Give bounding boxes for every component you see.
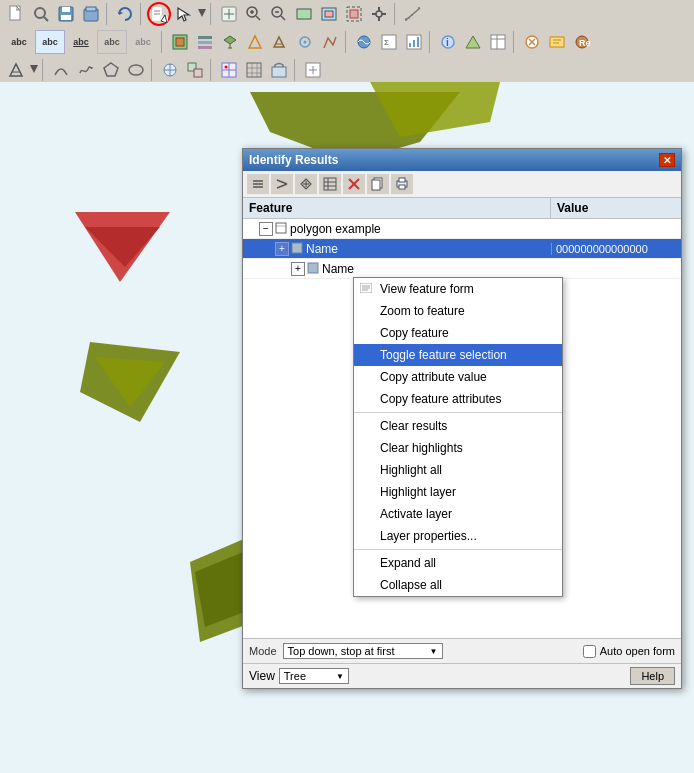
clear-results-btn[interactable] [343, 174, 365, 194]
zoom-in-btn[interactable] [242, 2, 266, 26]
toolbar-row-2: abc abc abc abc abc Σ [0, 28, 694, 56]
select-dropdown[interactable] [197, 8, 207, 20]
ctx-copy-feature[interactable]: Copy feature [354, 322, 562, 344]
label-btn4[interactable]: abc [97, 30, 127, 54]
ctx-sep-1 [354, 412, 562, 413]
ctx-clear-highlights[interactable]: Clear highlights [354, 437, 562, 459]
help-button[interactable]: Help [630, 667, 675, 685]
pan-btn2[interactable] [367, 2, 391, 26]
field-calc-btn[interactable]: Σ [377, 30, 401, 54]
save-btn[interactable] [54, 2, 78, 26]
ctx-collapse-all[interactable]: Collapse all [354, 574, 562, 596]
expand-all-btn[interactable] [295, 174, 317, 194]
tree-row-name-2[interactable]: + Name [243, 259, 681, 279]
label-btn2[interactable]: abc [35, 30, 65, 54]
add-layer-btn[interactable] [218, 30, 242, 54]
ctx-collapse-all-label: Collapse all [380, 578, 442, 592]
ctx-view-feature-icon [360, 283, 372, 295]
ctx-view-feature-form[interactable]: View feature form [354, 278, 562, 300]
edit-btn[interactable] [268, 30, 292, 54]
view-dropdown[interactable]: Tree ▼ [279, 668, 349, 684]
zoom-selection-btn[interactable] [342, 2, 366, 26]
calc-field-btn2[interactable] [301, 58, 325, 82]
expand-tree-btn[interactable] [247, 174, 269, 194]
refresh-btn[interactable] [113, 2, 137, 26]
advanced-digitize-btn[interactable] [158, 58, 182, 82]
ctx-activate-layer[interactable]: Activate layer [354, 503, 562, 525]
tree-expander-0[interactable]: − [259, 222, 273, 236]
zoom-full-btn[interactable] [292, 2, 316, 26]
regular-polygon-btn[interactable] [99, 58, 123, 82]
svg-rect-109 [324, 178, 336, 190]
ctx-clear-results[interactable]: Clear results [354, 415, 562, 437]
tree-row-polygon-example[interactable]: − polygon example [243, 219, 681, 239]
snapping-btn[interactable] [293, 30, 317, 54]
digitize-btn[interactable] [243, 30, 267, 54]
ellipse-btn[interactable] [124, 58, 148, 82]
zoom-layer-btn[interactable] [317, 2, 341, 26]
tree-expander-1[interactable]: + [275, 242, 289, 256]
tree-icon-1 [291, 242, 303, 256]
ctx-highlight-all[interactable]: Highlight all [354, 459, 562, 481]
topology-btn[interactable] [183, 58, 207, 82]
tree-row-name-1[interactable]: + Name 000000000000000 [243, 239, 681, 259]
layer-properties-btn[interactable] [193, 30, 217, 54]
offline-edit-btn[interactable] [267, 58, 291, 82]
svg-line-27 [281, 16, 285, 20]
select-features-btn[interactable] [172, 2, 196, 26]
plugin-btn2[interactable] [545, 30, 569, 54]
label-btn3[interactable]: abc [66, 30, 96, 54]
print-results-btn[interactable] [391, 174, 413, 194]
plugin-btn1[interactable] [520, 30, 544, 54]
auto-open-form-check[interactable] [583, 645, 596, 658]
tree-header-value: Value [551, 198, 681, 218]
save-layers-btn[interactable] [79, 2, 103, 26]
digitize-3d-btn[interactable] [4, 58, 28, 82]
open-table-btn[interactable] [486, 30, 510, 54]
tree-expander-2[interactable]: + [291, 262, 305, 276]
label-btn5[interactable]: abc [128, 30, 158, 54]
list-view-btn[interactable] [319, 174, 341, 194]
tree-body[interactable]: − polygon example + Name 000000000000000 [243, 219, 681, 638]
new-file-btn[interactable] [4, 2, 28, 26]
find-btn[interactable] [29, 2, 53, 26]
tree-label-0: polygon example [290, 222, 551, 236]
grid-btn[interactable] [242, 58, 266, 82]
tree-label-1: Name [306, 242, 551, 256]
auto-open-form-checkbox[interactable]: Auto open form [583, 645, 675, 658]
ctx-layer-properties[interactable]: Layer properties... [354, 525, 562, 547]
zoom-out-btn[interactable] [267, 2, 291, 26]
ctx-toggle-feature-selection[interactable]: Toggle feature selection [354, 344, 562, 366]
copy-results-btn[interactable] [367, 174, 389, 194]
wfs-btn[interactable] [352, 30, 376, 54]
ctx-highlight-layer[interactable]: Highlight layer [354, 481, 562, 503]
sep1 [106, 3, 110, 25]
ctx-zoom-to-feature[interactable]: Zoom to feature [354, 300, 562, 322]
curve-btn[interactable] [49, 58, 73, 82]
stats-btn[interactable] [402, 30, 426, 54]
pan-map-btn[interactable] [217, 2, 241, 26]
measure-area-btn[interactable] [461, 30, 485, 54]
dialog-close-button[interactable]: ✕ [659, 153, 675, 167]
mode-dropdown[interactable]: Top down, stop at first ▼ [283, 643, 443, 659]
georef-btn[interactable] [217, 58, 241, 82]
ctx-copy-attribute-label: Copy attribute value [380, 370, 487, 384]
ctx-copy-attribute-value[interactable]: Copy attribute value [354, 366, 562, 388]
svg-line-105 [277, 184, 287, 188]
toolbar-row-3 [0, 56, 694, 84]
ctx-copy-feature-attributes[interactable]: Copy feature attributes [354, 388, 562, 410]
sep11 [210, 59, 214, 81]
auto-open-form-label: Auto open form [600, 645, 675, 657]
freehand-btn[interactable] [74, 58, 98, 82]
collapse-tree-btn[interactable] [271, 174, 293, 194]
node-tool-btn[interactable] [318, 30, 342, 54]
ctx-expand-all[interactable]: Expand all [354, 552, 562, 574]
layer-toggle-btn[interactable] [168, 30, 192, 54]
svg-point-83 [225, 66, 228, 69]
label-btn1[interactable]: abc [4, 30, 34, 54]
measure-btn[interactable] [401, 2, 425, 26]
identify-btn[interactable] [147, 2, 171, 26]
plugin-btn3[interactable]: Ref [570, 30, 594, 54]
digitize-dropdown[interactable] [29, 64, 39, 76]
identify-features-btn[interactable]: i [436, 30, 460, 54]
